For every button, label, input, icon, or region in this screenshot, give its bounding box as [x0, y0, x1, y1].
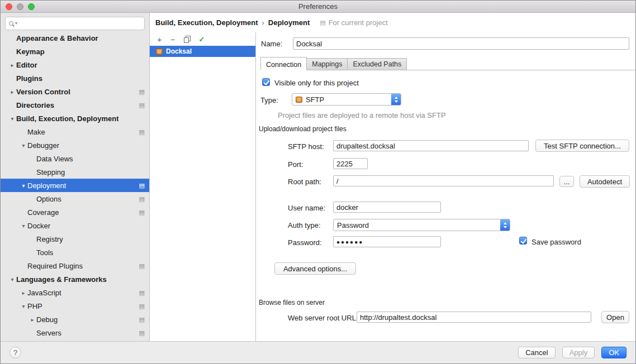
- help-button[interactable]: ?: [10, 347, 21, 358]
- breadcrumb-separator-icon: ›: [262, 18, 264, 27]
- sidebar-item-label: Required Plugins: [27, 262, 83, 270]
- password-input[interactable]: [333, 236, 441, 247]
- close-icon[interactable]: [6, 3, 12, 10]
- search-icon: [9, 21, 13, 26]
- autodetect-button[interactable]: Autodetect: [580, 175, 630, 188]
- sidebar-item[interactable]: Tools ▤: [1, 246, 149, 259]
- tab-connection[interactable]: Connection: [260, 57, 307, 70]
- preferences-window: Preferences ▾ Appearance & Behavior ▤: [0, 0, 636, 364]
- auth-type-label: Auth type:: [288, 221, 321, 229]
- scope-indicator: ▤ For current project: [320, 18, 388, 27]
- sidebar-item[interactable]: Required Plugins ▤: [1, 259, 149, 272]
- expand-arrow-icon[interactable]: ▾: [20, 183, 27, 189]
- sidebar-item[interactable]: ▾ Build, Execution, Deployment ▤: [1, 112, 149, 125]
- server-list-toolbar: + − ✓: [150, 32, 255, 46]
- expand-arrow-icon[interactable]: ▸: [20, 290, 27, 296]
- search-input[interactable]: [19, 20, 141, 27]
- sidebar-item[interactable]: Make ▤: [1, 125, 149, 138]
- expand-arrow-icon[interactable]: ▸: [8, 89, 16, 95]
- open-url-button[interactable]: Open: [601, 311, 629, 323]
- save-password-checkbox[interactable]: [519, 237, 527, 245]
- sidebar-item[interactable]: ▾ Languages & Frameworks ▤: [1, 272, 149, 286]
- sidebar-item[interactable]: ▸ Debug ▤: [1, 313, 149, 326]
- web-root-input[interactable]: [357, 312, 591, 323]
- test-connection-button[interactable]: Test SFTP connection...: [535, 140, 629, 152]
- settings-search[interactable]: ▾: [5, 17, 145, 30]
- expand-arrow-icon[interactable]: ▸: [8, 62, 16, 68]
- project-badge-icon: ▤: [139, 302, 145, 310]
- copy-server-icon[interactable]: [184, 36, 191, 43]
- sidebar-item-label: Directories: [16, 101, 54, 109]
- sidebar-item[interactable]: ▾ Docker ▤: [1, 219, 149, 232]
- sidebar-item[interactable]: Coverage ▤: [1, 205, 149, 219]
- sidebar-item-label: Data Views: [36, 155, 73, 163]
- sidebar-item-label: Appearance & Behavior: [16, 34, 98, 42]
- sidebar-item[interactable]: Data Views ▤: [1, 152, 149, 165]
- sidebar-item-label: Version Control: [16, 88, 70, 96]
- save-password-label: Save password: [531, 238, 581, 246]
- advanced-options-button[interactable]: Advanced options...: [274, 262, 356, 275]
- project-badge-icon: ▤: [139, 181, 145, 189]
- sidebar-item[interactable]: Registry ▤: [1, 232, 149, 246]
- sidebar-item-label: Registry: [36, 235, 63, 243]
- sftp-host-label: SFTP host:: [288, 142, 324, 151]
- port-input[interactable]: [333, 158, 368, 169]
- cancel-button[interactable]: Cancel: [518, 347, 555, 358]
- auth-type-select[interactable]: Password: [333, 219, 510, 231]
- expand-arrow-icon[interactable]: ▾: [20, 142, 27, 149]
- tab-mappings[interactable]: Mappings: [307, 58, 348, 70]
- visible-only-label: Visible only for this project: [274, 79, 359, 87]
- tab-excluded-paths[interactable]: Excluded Paths: [348, 58, 407, 70]
- server-list-item[interactable]: Docksal: [150, 46, 255, 57]
- sidebar-item[interactable]: Stepping ▤: [1, 165, 149, 179]
- sidebar-item[interactable]: Servers ▤: [1, 326, 149, 339]
- sftp-host-input[interactable]: [333, 140, 529, 151]
- use-as-default-icon[interactable]: ✓: [199, 36, 205, 43]
- sidebar-item[interactable]: ▸ JavaScript ▤: [1, 286, 149, 299]
- name-input[interactable]: [293, 37, 629, 50]
- type-select[interactable]: SFTP: [292, 93, 401, 106]
- sidebar-item-label: JavaScript: [27, 289, 61, 297]
- visible-only-checkbox[interactable]: [262, 78, 270, 86]
- server-list-panel: + − ✓ Docksal: [150, 32, 256, 341]
- sidebar-item[interactable]: Directories ▤: [1, 98, 149, 112]
- config-tabs: Connection Mappings Excluded Paths: [260, 57, 635, 70]
- ok-button[interactable]: OK: [601, 347, 626, 358]
- auth-type-value: Password: [337, 221, 369, 229]
- expand-arrow-icon[interactable]: ▾: [8, 116, 16, 122]
- browse-section-label: Browse files on server: [259, 299, 325, 306]
- scope-label: For current project: [329, 18, 388, 27]
- sidebar-item-label: Editor: [16, 61, 37, 69]
- expand-arrow-icon[interactable]: ▾: [20, 223, 27, 229]
- browse-root-path-button[interactable]: ...: [559, 176, 574, 187]
- sidebar-item[interactable]: Plugins ▤: [1, 71, 149, 85]
- titlebar: Preferences: [1, 1, 635, 13]
- sidebar-item-label: Docker: [27, 222, 50, 230]
- remove-server-icon[interactable]: −: [170, 35, 175, 44]
- sidebar-item[interactable]: ▾ Debugger ▤: [1, 138, 149, 152]
- sidebar-item[interactable]: Options ▤: [1, 192, 149, 205]
- zoom-icon[interactable]: [28, 3, 35, 10]
- root-path-input[interactable]: [333, 175, 554, 186]
- sidebar-item[interactable]: ▾ Deployment ▤: [1, 179, 149, 192]
- sidebar-item[interactable]: ▸ Version Control ▤: [1, 85, 149, 98]
- expand-arrow-icon[interactable]: ▾: [20, 303, 27, 309]
- sidebar-item[interactable]: Appearance & Behavior ▤: [1, 31, 149, 45]
- sidebar-item-label: Build, Execution, Deployment: [16, 114, 118, 123]
- sidebar-item[interactable]: ▸ Editor ▤: [1, 58, 149, 71]
- sidebar-item-label: Stepping: [36, 168, 65, 176]
- search-options-chevron-icon: ▾: [15, 21, 17, 26]
- server-name: Docksal: [166, 47, 192, 55]
- sidebar-item[interactable]: Keymap ▤: [1, 45, 149, 58]
- sftp-server-icon: [156, 49, 163, 55]
- apply-button[interactable]: Apply: [562, 347, 595, 358]
- sidebar-item[interactable]: ▾ PHP ▤: [1, 299, 149, 313]
- breadcrumb-parent[interactable]: Build, Execution, Deployment: [155, 18, 258, 27]
- port-label: Port:: [288, 160, 303, 169]
- sidebar-item-label: Keymap: [16, 47, 45, 56]
- upload-section-label: Upload/download project files: [259, 125, 347, 133]
- user-name-input[interactable]: [333, 202, 441, 213]
- expand-arrow-icon[interactable]: ▸: [29, 317, 36, 323]
- add-server-icon[interactable]: +: [157, 35, 162, 44]
- expand-arrow-icon[interactable]: ▾: [8, 276, 16, 282]
